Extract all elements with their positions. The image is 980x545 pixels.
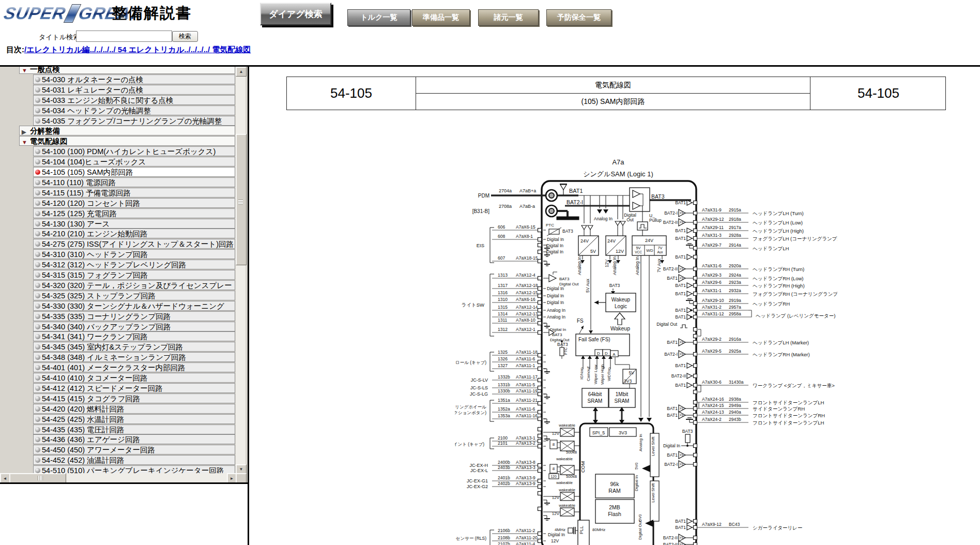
diagram-label: A7aX13-8: [516, 460, 535, 465]
scroll-left-button[interactable]: ◄: [0, 473, 10, 482]
nav-button-3[interactable]: 準備品一覧: [412, 9, 470, 26]
diagram-label: BAT3: [682, 429, 693, 434]
toc-item[interactable]: 54-412 (412) スピードメーター回路: [33, 383, 235, 393]
diagram-label: BAT2-II: [663, 266, 678, 271]
frame-divider-vertical[interactable]: [248, 65, 249, 545]
toc-category[interactable]: ▼一般点検: [19, 67, 235, 74]
toc-item[interactable]: 54-340 (340) バックアップランプ回路: [33, 322, 235, 331]
toc-category[interactable]: ▶分解整備: [19, 126, 235, 135]
scrollbar-corner: [236, 473, 247, 482]
toc-item[interactable]: 54-325 (325) ストップランプ回路: [33, 291, 235, 300]
toc-item[interactable]: 54-348 (348) イルミネーションランプ回路: [33, 352, 235, 362]
diagram-label: JC-S-LS: [470, 385, 488, 390]
toc-item[interactable]: 54-420 (420) 燃料計回路: [33, 404, 235, 414]
toc-item[interactable]: 54-341 (341) ワークランプ回路: [33, 331, 235, 341]
diagram-label: 1332b: [498, 374, 510, 380]
page-header-table: 54-105 電気配線図 (105) SAM内部回路 54-105: [286, 77, 946, 110]
toc-label: 54-510 (510) パーキングブレーキインジケーター回路: [42, 466, 224, 473]
diagram-label: A7aX24-13: [702, 410, 724, 415]
toc-item[interactable]: 54-110 (110) 電源回路: [33, 177, 235, 187]
diagram-label: 500kB: [566, 450, 577, 455]
diagram-label: Digital Out: [638, 520, 642, 540]
collapse-icon[interactable]: ▼: [22, 138, 27, 146]
diagram-label: Digital In: [547, 293, 564, 298]
diagram-label: Digital Out: [559, 282, 579, 286]
page-ref-left: 54-105: [287, 77, 416, 110]
diagram-label: A7aX8-10: [516, 317, 535, 323]
breadcrumb-segment-5[interactable]: 電気配線図: [212, 45, 251, 54]
toc-item[interactable]: 54-315 (315) フォグランプ回路: [33, 270, 235, 280]
collapse-icon[interactable]: ▼: [22, 67, 27, 74]
diagram-label: 1317: [498, 283, 508, 288]
expand-icon[interactable]: ▶: [22, 127, 26, 135]
diagram-label: 5V0: [634, 463, 639, 470]
nav-button-5[interactable]: 予防保全一覧: [546, 9, 611, 26]
toc-item[interactable]: 54-031 レギュレーターの点検: [33, 85, 235, 95]
breadcrumb: 目次:/エレクトリカル編../../../../ 54 エレクトリカル../..…: [6, 45, 251, 55]
toc-item[interactable]: 54-452 (452) 油温計回路: [33, 455, 235, 465]
diagram-label: 3V3: [619, 430, 627, 435]
toc-item[interactable]: 54-275 (275) ISS(アイドリングストップ＆スタート)回路: [33, 239, 235, 249]
diagram-label: Digital In: [634, 475, 639, 491]
bullet-icon: [35, 314, 40, 319]
toc-item[interactable]: 54-035 フォグランプ/コーナリングランプの光軸調整: [33, 116, 235, 126]
toc-item[interactable]: 54-435 (435) 電圧計回路: [33, 425, 235, 434]
diagram-label: ワークランプ <ダンプ，ミキサー車>: [753, 383, 835, 388]
diagram-label: JC-S-LG: [470, 391, 488, 397]
toc-item[interactable]: 54-330 (330) ターンシグナル＆ハザードウォーニング: [33, 301, 235, 311]
diagram-label: 2925a: [729, 349, 741, 354]
diagram-label: ライトSW: [462, 302, 485, 308]
bullet-icon: [35, 252, 40, 257]
toc-item[interactable]: 54-125 (125) 充電回路: [33, 208, 235, 218]
toc-item[interactable]: 54-450 (450) アワーメーター回路: [33, 445, 235, 455]
vscroll-thumb[interactable]: [236, 134, 247, 265]
diagram-label: JC-EX-L: [470, 468, 488, 473]
diagram-label: BC43: [729, 522, 740, 527]
diagram-label: レインライトセンサー (RLS): [455, 536, 486, 541]
diagram-label: 31430a: [729, 380, 744, 385]
diagram-label: Fail Safe (FS): [578, 337, 610, 342]
toc-item[interactable]: 54-312 (312) ヘッドランプレベリング回路: [33, 260, 235, 269]
toc-item[interactable]: 54-115 (115) 予備電源回路: [33, 188, 235, 198]
nav-button-1[interactable]: ダイアグ検索: [260, 3, 331, 25]
toc-label: 54-130 (130) アース: [42, 220, 110, 228]
diagram-label: 4MHz: [555, 527, 565, 532]
scroll-up-button[interactable]: ▲: [236, 67, 247, 77]
diagram-label: 2708a: [499, 204, 512, 209]
toc-item[interactable]: 54-210 (210) エンジン始動回路: [33, 229, 235, 238]
nav-button-4[interactable]: 諸元一覧: [478, 9, 539, 26]
toc-item[interactable]: 54-345 (345) 室内灯&ステップランプ回路: [33, 342, 235, 352]
diagram-label: A7aX11-17: [516, 374, 538, 380]
search-button[interactable]: 検索: [172, 31, 198, 42]
toc-item[interactable]: 54-425 (425) 水温計回路: [33, 414, 235, 424]
toc-item[interactable]: 54-310 (310) ヘッドランプ回路: [33, 249, 235, 259]
toc-item[interactable]: 54-510 (510) パーキングブレーキインジケーター回路: [33, 465, 235, 473]
toc-item[interactable]: 54-030 オルタネーターの点検: [33, 74, 235, 84]
toc-item[interactable]: 54-100 (100) PDM(ハイカレントヒューズボックス): [33, 146, 235, 156]
toc-tree: ▼一般点検54-030 オルタネーターの点検54-031 レギュレーターの点検5…: [0, 67, 236, 473]
breadcrumb-segment-1[interactable]: /エレクトリカル編: [24, 45, 90, 54]
toc-item[interactable]: 54-104 (104)ヒューズボックス: [33, 157, 235, 166]
toc-item[interactable]: 54-105 (105) SAM内部回路: [33, 167, 235, 177]
toc-item[interactable]: 54-320 (320) テール，ポジション及びライセンスプレー: [33, 280, 235, 290]
toc-item[interactable]: 54-436 (436) エアゲージ回路: [33, 434, 235, 444]
diagram-label: BAT1: [675, 228, 686, 233]
breadcrumb-segment-2[interactable]: ../../../../: [90, 45, 118, 54]
title-search-input[interactable]: [76, 31, 172, 42]
toc-item[interactable]: 54-034 ヘッドランプの光軸調整: [33, 105, 235, 115]
sidebar-vscrollbar[interactable]: [236, 67, 246, 473]
toc-item[interactable]: 54-120 (120) コンセント回路: [33, 198, 235, 208]
toc-item[interactable]: 54-410 (410) タコメーター回路: [33, 373, 235, 383]
toc-item[interactable]: 54-033 エンジン始動不良に関する点検: [33, 95, 235, 105]
breadcrumb-segment-3[interactable]: 54 エレクトリカル: [118, 45, 184, 54]
toc-item[interactable]: 54-401 (401) メータークラスター内部回路: [33, 362, 235, 372]
hscroll-thumb[interactable]: [9, 473, 66, 482]
breadcrumb-segment-4[interactable]: ../../../../: [184, 45, 212, 54]
toc-item[interactable]: 54-415 (415) タコグラフ回路: [33, 393, 235, 403]
toc-category[interactable]: ▼電気配線図: [19, 136, 235, 146]
nav-button-2[interactable]: トルク一覧: [347, 9, 410, 26]
toc-item[interactable]: 54-335 (335) コーナリングランプ回路: [33, 311, 235, 321]
diagram-label: 96k: [610, 481, 620, 487]
toc-label: 54-034 ヘッドランプの光軸調整: [42, 107, 151, 115]
toc-item[interactable]: 54-130 (130) アース: [33, 219, 235, 229]
